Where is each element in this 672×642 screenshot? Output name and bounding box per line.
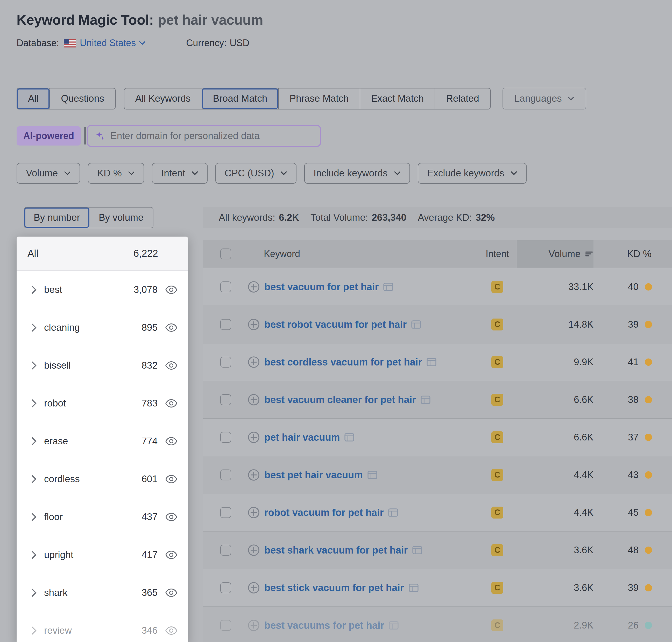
row-checkbox[interactable] — [220, 357, 231, 368]
languages-dropdown[interactable]: Languages — [502, 88, 586, 110]
eye-icon[interactable] — [165, 627, 177, 635]
tab-by-number[interactable]: By number — [24, 207, 89, 228]
tab-broad-match[interactable]: Broad Match — [202, 88, 278, 109]
chevron-right-icon[interactable] — [31, 513, 37, 522]
add-keyword-icon[interactable] — [248, 432, 260, 443]
row-checkbox[interactable] — [220, 319, 231, 330]
tab-exact-match[interactable]: Exact Match — [360, 88, 435, 109]
add-keyword-icon[interactable] — [248, 506, 260, 518]
eye-icon[interactable] — [165, 437, 177, 445]
row-checkbox[interactable] — [220, 470, 231, 480]
average-kd-value: 32% — [476, 212, 495, 223]
row-checkbox[interactable] — [220, 394, 231, 405]
tab-phrase-match[interactable]: Phrase Match — [278, 88, 359, 109]
sidebar-group-bissell[interactable]: bissell 832 — [16, 347, 188, 384]
add-keyword-icon[interactable] — [248, 469, 260, 481]
eye-icon[interactable] — [165, 323, 177, 332]
sidebar-group-robot[interactable]: robot 783 — [16, 384, 188, 422]
chevron-right-icon[interactable] — [31, 626, 37, 635]
serp-features-icon[interactable] — [421, 396, 431, 404]
intent-column-header[interactable]: Intent — [478, 248, 517, 259]
row-checkbox[interactable] — [220, 582, 231, 593]
keyword-link[interactable]: best pet hair vacuum — [264, 470, 363, 481]
kd-filter-dropdown[interactable]: KD % — [88, 163, 144, 184]
select-all-checkbox[interactable] — [220, 248, 231, 259]
chevron-right-icon[interactable] — [31, 475, 37, 484]
volume-column-header[interactable]: Volume — [517, 240, 593, 268]
intent-badge: C — [491, 582, 503, 594]
keyword-link[interactable]: best cordless vacuum for pet hair — [264, 357, 422, 368]
sidebar-group-cordless[interactable]: cordless 601 — [16, 460, 188, 498]
chevron-right-icon[interactable] — [31, 285, 37, 294]
include-keywords-dropdown[interactable]: Include keywords — [304, 163, 410, 184]
eye-icon[interactable] — [165, 399, 177, 408]
eye-icon[interactable] — [165, 551, 177, 559]
tab-related[interactable]: Related — [435, 88, 490, 109]
eye-icon[interactable] — [165, 475, 177, 483]
chevron-right-icon[interactable] — [31, 361, 37, 370]
group-all-row[interactable]: All 6,222 — [16, 236, 188, 271]
row-checkbox[interactable] — [220, 620, 231, 631]
sidebar-group-erase[interactable]: erase 774 — [16, 422, 188, 460]
keyword-link[interactable]: best vacuum cleaner for pet hair — [264, 394, 416, 406]
row-checkbox[interactable] — [220, 507, 231, 518]
row-checkbox[interactable] — [220, 432, 231, 443]
serp-features-icon[interactable] — [409, 583, 419, 592]
serp-features-icon[interactable] — [388, 509, 398, 517]
domain-input[interactable]: Enter domain for personalized data — [87, 125, 321, 147]
sidebar-group-review[interactable]: review 346 — [16, 612, 188, 642]
eye-icon[interactable] — [165, 361, 177, 370]
sidebar-group-shark[interactable]: shark 365 — [16, 574, 188, 612]
tab-all[interactable]: All — [17, 88, 50, 109]
serp-features-icon[interactable] — [383, 283, 393, 291]
cpc-filter-dropdown[interactable]: CPC (USD) — [215, 163, 297, 184]
kd-column-header[interactable]: KD % — [593, 248, 672, 259]
serp-features-icon[interactable] — [412, 546, 422, 554]
sidebar-group-floor[interactable]: floor 437 — [16, 498, 188, 536]
tab-by-volume[interactable]: By volume — [89, 207, 153, 228]
add-keyword-icon[interactable] — [248, 619, 260, 631]
add-keyword-icon[interactable] — [248, 582, 260, 594]
keyword-column-header[interactable]: Keyword — [264, 248, 300, 259]
keyword-link[interactable]: best robot vacuum for pet hair — [264, 319, 407, 330]
chevron-right-icon[interactable] — [31, 323, 37, 332]
kd-dot — [645, 283, 652, 291]
sidebar-group-cleaning[interactable]: cleaning 895 — [16, 309, 188, 347]
keyword-link[interactable]: best vacuum for pet hair — [264, 281, 379, 293]
sidebar-group-upright[interactable]: upright 417 — [16, 536, 188, 574]
keyword-link[interactable]: best shark vacuum for pet hair — [264, 545, 408, 556]
volume-filter-dropdown[interactable]: Volume — [16, 163, 80, 184]
keyword-link[interactable]: best stick vacuum for pet hair — [264, 582, 404, 593]
serp-features-icon[interactable] — [411, 320, 421, 329]
serp-features-icon[interactable] — [426, 358, 436, 366]
add-keyword-icon[interactable] — [248, 394, 260, 406]
row-checkbox[interactable] — [220, 281, 231, 292]
tab-questions[interactable]: Questions — [50, 88, 115, 109]
eye-icon[interactable] — [165, 589, 177, 597]
intent-filter-dropdown[interactable]: Intent — [152, 163, 208, 184]
serp-features-icon[interactable] — [368, 471, 377, 479]
tab-all-keywords[interactable]: All Keywords — [124, 88, 202, 109]
eye-icon[interactable] — [165, 513, 177, 521]
chevron-right-icon[interactable] — [31, 588, 37, 597]
exclude-keywords-dropdown[interactable]: Exclude keywords — [418, 163, 527, 184]
chevron-right-icon[interactable] — [31, 437, 37, 446]
kd-value: 26 — [628, 620, 638, 631]
keyword-link[interactable]: best vacuums for pet hair — [264, 620, 384, 631]
keyword-link[interactable]: robot vacuum for pet hair — [264, 507, 384, 518]
add-keyword-icon[interactable] — [248, 281, 260, 293]
database-selector[interactable]: United States — [80, 38, 146, 49]
serp-features-icon[interactable] — [389, 621, 399, 630]
sidebar-group-best[interactable]: best 3,078 — [16, 271, 188, 309]
page-header: Keyword Magic Tool:pet hair vacuum Datab… — [0, 0, 672, 73]
chevron-right-icon[interactable] — [31, 399, 37, 408]
chevron-right-icon[interactable] — [31, 550, 37, 559]
serp-features-icon[interactable] — [344, 433, 354, 441]
add-keyword-icon[interactable] — [248, 544, 260, 556]
add-keyword-icon[interactable] — [248, 319, 260, 331]
add-keyword-icon[interactable] — [248, 356, 260, 368]
row-checkbox[interactable] — [220, 545, 231, 556]
page-title: Keyword Magic Tool:pet hair vacuum — [16, 12, 656, 28]
eye-icon[interactable] — [165, 286, 177, 294]
keyword-link[interactable]: pet hair vacuum — [264, 432, 340, 443]
